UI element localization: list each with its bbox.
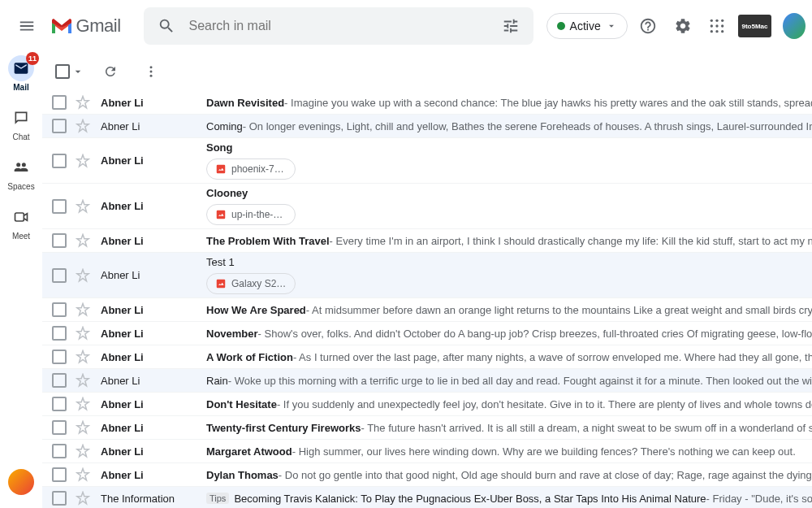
email-row[interactable]: Abner Li Dawn Revisited - Imagine you wa… [42,91,812,115]
row-checkbox[interactable] [52,491,67,506]
attachment-chip[interactable]: up-in-the-air.png [206,204,296,225]
select-all[interactable] [55,63,86,80]
star-button[interactable] [75,232,91,249]
row-checkbox[interactable] [52,268,67,283]
star-button[interactable] [75,443,91,459]
row-checkbox[interactable] [52,467,67,482]
svg-point-2 [721,20,723,22]
row-checkbox[interactable] [52,350,67,364]
sender-name: Abner Li [101,375,206,387]
star-button[interactable] [75,267,91,284]
sender-name: The Information [101,493,206,505]
more-button[interactable] [135,55,167,88]
row-checkbox[interactable] [52,233,67,248]
star-button[interactable] [75,302,91,318]
main-menu-button[interactable] [10,7,44,46]
search-filter-button[interactable] [495,10,527,42]
gmail-logo[interactable]: Gmail [50,15,121,37]
sender-name: Abner Li [101,235,206,247]
email-row[interactable]: Abner Li Rain - Woke up this morning wit… [42,369,812,393]
row-checkbox[interactable] [52,302,67,317]
svg-point-8 [721,30,723,33]
star-button[interactable] [75,153,91,169]
help-button[interactable] [634,10,663,42]
apps-button[interactable] [703,10,732,42]
row-checkbox[interactable] [52,154,67,168]
sender-name: Abner Li [101,120,206,132]
email-row[interactable]: Abner Li Margaret Atwood - High summer, … [42,440,812,463]
apps-grid-icon [709,18,725,34]
email-row[interactable]: Abner Li Twenty-first Century Fireworks … [42,416,812,440]
category-label: Tips [206,493,229,504]
refresh-button[interactable] [94,55,127,88]
email-snippet: - Woke up this morning with a terrific u… [228,375,812,387]
attachment-name: up-in-the-air.png [231,209,287,220]
row-checkbox[interactable] [52,326,67,341]
unread-badge: 11 [26,52,39,65]
logo-text: Gmail [76,15,121,37]
email-subject: Margaret Atwood [206,445,292,458]
sender-name: Abner Li [101,351,206,363]
row-checkbox[interactable] [52,373,67,388]
email-row[interactable]: Abner Li Test 1 Galaxy S22 Goo... 2:00 P… [42,253,812,298]
email-row[interactable]: Abner Li A Work of Fiction - As I turned… [42,345,812,369]
row-checkbox[interactable] [52,397,67,411]
star-button[interactable] [75,396,91,412]
email-row[interactable]: Abner Li Song phoenix-7-tease... 2:01 PM [42,138,812,184]
star-button[interactable] [75,325,91,341]
email-subject: Coming [206,120,243,132]
status-chip[interactable]: Active [546,13,628,39]
search-button[interactable] [150,10,183,42]
email-subject: Song [206,141,233,154]
settings-button[interactable] [668,10,697,42]
email-row[interactable]: Abner Li November - Show's over, folks. … [42,322,812,345]
email-row[interactable]: Abner Li How We Are Spared - At midsumme… [42,298,812,322]
nav-chat[interactable]: Chat [0,105,42,141]
status-dot-icon [557,22,565,30]
email-row[interactable]: Abner Li Don't Hesitate - If you suddenl… [42,393,812,416]
email-subject: Rain [206,375,228,387]
attachment-chip[interactable]: Galaxy S22 Goo... [206,273,296,294]
email-snippet: - The future hasn't arrived. It is all s… [361,422,812,434]
star-button[interactable] [75,419,91,436]
row-checkbox[interactable] [52,420,67,435]
star-button[interactable] [75,490,91,506]
nav-spaces[interactable]: Spaces [0,154,42,191]
email-subject: Test 1 [206,256,235,268]
email-subject: Twenty-first Century Fireworks [206,422,361,434]
email-row[interactable]: Abner Li The Problem With Travel - Every… [42,229,812,253]
svg-rect-11 [15,213,24,221]
star-button[interactable] [75,198,91,215]
attachment-chip[interactable]: phoenix-7-tease... [206,158,296,180]
star-button[interactable] [75,372,91,389]
email-row[interactable]: The Information Tips Becoming Travis Kal… [42,487,812,508]
select-dropdown[interactable] [70,63,86,80]
nav-meet[interactable]: Meet [0,204,42,241]
status-label: Active [570,20,601,33]
row-checkbox[interactable] [52,444,67,458]
search-bar[interactable] [144,7,533,45]
secondary-avatar[interactable] [8,469,34,495]
email-list[interactable]: Abner Li Dawn Revisited - Imagine you wa… [42,91,812,508]
nav-mail[interactable]: 11 Mail [0,55,42,92]
brand-logo[interactable]: 9to5Mac [738,15,772,37]
email-row[interactable]: Abner Li Clooney up-in-the-air.png 2:01 … [42,184,812,229]
account-avatar[interactable] [783,13,806,39]
email-row[interactable]: Abner Li Dylan Thomas - Do not go gentle… [42,463,812,487]
attachment-name: Galaxy S22 Goo... [231,278,287,289]
checkbox-icon[interactable] [55,64,70,79]
row-checkbox[interactable] [52,199,67,214]
star-button[interactable] [75,467,91,483]
search-input[interactable] [189,19,488,33]
star-button[interactable] [75,349,91,365]
star-button[interactable] [75,118,91,134]
row-checkbox[interactable] [52,95,67,110]
email-row[interactable]: Abner Li Coming - On longer evenings, Li… [42,115,812,138]
more-vert-icon [144,64,158,79]
sender-name: Abner Li [101,304,206,316]
star-button[interactable] [75,94,91,111]
svg-point-13 [150,71,153,73]
nav-label: Spaces [7,182,34,191]
sender-name: Abner Li [101,469,206,481]
row-checkbox[interactable] [52,119,67,133]
